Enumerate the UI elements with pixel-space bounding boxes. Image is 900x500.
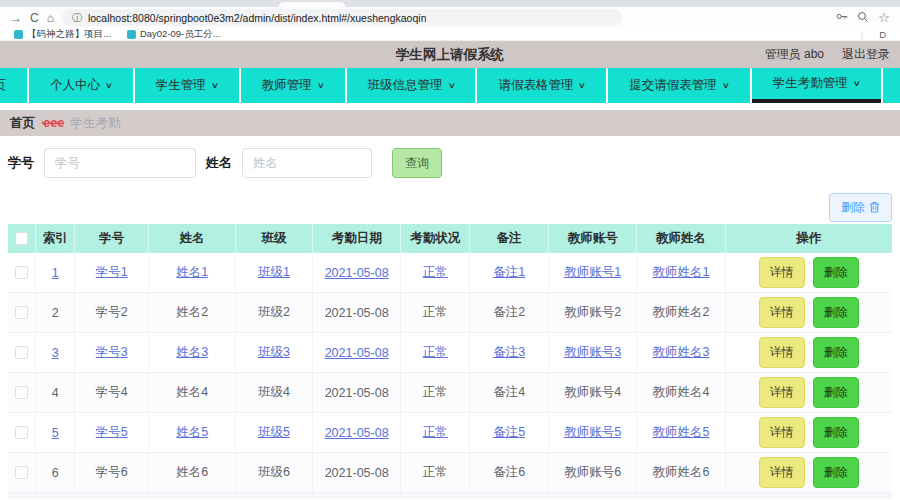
row-delete-button[interactable]: 删除 [813,297,859,328]
detail-button[interactable]: 详情 [759,257,805,288]
cell-xingming: 姓名2 [149,293,236,332]
column-header: 班级 [236,224,313,253]
forward-icon[interactable]: → [10,12,22,24]
browser-active-tab[interactable] [278,2,346,8]
detail-button[interactable]: 详情 [759,297,805,328]
detail-button[interactable]: 详情 [759,377,805,408]
table-row: 3学号3姓名3班级32021-05-08正常备注3教师账号3教师姓名3详情删除 [8,333,892,373]
nav-item-教师管理[interactable]: 教师管理∨ [241,68,345,103]
cell-jiaoshixingming[interactable]: 教师姓名5 [637,413,725,452]
bookmark-overflow-item[interactable]: D [879,29,886,40]
cell-beizhu[interactable]: 备注1 [470,253,549,292]
cell-jiaoshizhanghao[interactable]: 教师账号3 [549,333,637,372]
cell-riqi: 2021-05-08 [313,293,401,332]
cell-index[interactable]: 1 [36,253,75,292]
actions-wrap: 详情删除 [759,257,859,288]
bookmark-label: 【码神之路】项目... [27,28,111,41]
detail-button[interactable]: 详情 [759,457,805,488]
home-icon[interactable]: ⌂ [47,12,54,24]
row-delete-button[interactable]: 删除 [813,457,859,488]
query-button[interactable]: 查询 [392,148,442,178]
row-checkbox[interactable] [15,306,28,319]
cell-index: 4 [36,373,75,412]
cell-riqi[interactable]: 2021-05-08 [313,253,401,292]
cell-index[interactable]: 3 [36,333,75,372]
column-header: 教师姓名 [637,224,725,253]
nav-item-提交请假表管理[interactable]: 提交请假表管理∨ [608,68,749,103]
cell-jiaoshizhanghao[interactable]: 教师账号1 [549,253,637,292]
cell-riqi[interactable]: 2021-05-08 [313,413,401,452]
actions-wrap: 详情删除 [759,457,859,488]
nav-item-个人中心[interactable]: 个人中心∨ [29,68,133,103]
logout-link[interactable]: 退出登录 [842,46,890,63]
cell-banji[interactable]: 班级3 [236,333,313,372]
site-info-icon[interactable]: ⓘ [72,11,82,25]
name-label: 姓名 [206,154,232,172]
nav-item-缺课记录管理[interactable]: 缺课记录管理∨ [883,68,900,103]
row-checkbox[interactable] [15,266,28,279]
bookmark-item[interactable]: 【码神之路】项目... [14,28,111,41]
cell-zhuangkuang[interactable]: 正常 [401,333,470,372]
row-checkbox[interactable] [15,426,28,439]
main-nav: 首页个人中心∨学生管理∨教师管理∨班级信息管理∨请假表格管理∨提交请假表管理∨学… [0,68,900,103]
cell-xingming[interactable]: 姓名1 [149,253,236,292]
cell-xuehao: 学号4 [75,373,149,412]
row-checkbox[interactable] [15,386,28,399]
url-text[interactable]: localhost:8080/springboot0e3m2/admin/dis… [88,12,427,24]
address-bar[interactable]: ⓘ localhost:8080/springboot0e3m2/admin/d… [62,9,622,26]
cell-beizhu[interactable]: 备注5 [470,413,549,452]
cell-xingming[interactable]: 姓名5 [149,413,236,452]
table-row: 1学号1姓名1班级12021-05-08正常备注1教师账号1教师姓名1详情删除 [8,253,892,293]
cell-riqi[interactable]: 2021-05-08 [313,333,401,372]
row-delete-button[interactable]: 删除 [813,257,859,288]
cell-jiaoshizhanghao[interactable]: 教师账号5 [549,413,637,452]
table-header-row: 索引学号姓名班级考勤日期考勤状况备注教师账号教师姓名操作 [8,224,892,253]
browser-tab-strip [0,0,900,7]
row-checkbox[interactable] [15,466,28,479]
nav-item-学生管理[interactable]: 学生管理∨ [135,68,239,103]
select-all-checkbox[interactable] [15,232,28,245]
row-delete-button[interactable]: 删除 [813,377,859,408]
cell-xuehao[interactable]: 学号1 [75,253,149,292]
cell-xuehao[interactable]: 学号3 [75,333,149,372]
breadcrumb-current: 学生考勤 [70,115,120,132]
cell-xuehao[interactable]: 学号5 [75,413,149,452]
zoom-icon[interactable] [857,9,869,27]
batch-delete-label: 删除 [841,199,865,216]
student-id-input[interactable] [44,148,196,178]
row-delete-button[interactable]: 删除 [813,417,859,448]
nav-item-label: 班级信息管理 [368,77,443,94]
key-icon[interactable] [835,9,848,27]
cell-jiaoshixingming[interactable]: 教师姓名3 [637,333,725,372]
batch-delete-button[interactable]: 删除 [829,193,892,222]
cell-zhuangkuang[interactable]: 正常 [401,413,470,452]
cell-index[interactable]: 5 [36,413,75,452]
cell-jiaoshixingming: 教师姓名6 [637,453,725,492]
table-row: 2学号2姓名2班级22021-05-08正常备注2教师账号2教师姓名2详情删除 [8,293,892,333]
name-input[interactable] [242,148,372,178]
nav-item-首页[interactable]: 首页 [0,68,27,103]
breadcrumb-home[interactable]: 首页 [10,115,35,132]
cell-jiaoshixingming[interactable]: 教师姓名1 [637,253,725,292]
cell-jiaoshizhanghao: 教师账号2 [549,293,637,332]
cell-zhuangkuang[interactable]: 正常 [401,253,470,292]
trash-icon [869,201,880,213]
bookmark-star-icon[interactable]: ☆ [878,11,890,24]
nav-item-请假表格管理[interactable]: 请假表格管理∨ [477,68,606,103]
cell-banji[interactable]: 班级5 [236,413,313,452]
app-header: 学生网上请假系统 管理员 abo 退出登录 [0,41,900,68]
detail-button[interactable]: 详情 [759,417,805,448]
cell-beizhu[interactable]: 备注3 [470,333,549,372]
cell-index: 2 [36,293,75,332]
cell-banji[interactable]: 班级1 [236,253,313,292]
chevron-down-icon: ∨ [852,79,860,88]
nav-item-学生考勤管理[interactable]: 学生考勤管理∨ [752,68,881,103]
row-delete-button[interactable]: 删除 [813,337,859,368]
row-checkbox[interactable] [15,346,28,359]
detail-button[interactable]: 详情 [759,337,805,368]
bookmark-item[interactable]: Day02-09-员工分... [127,28,221,41]
column-header: 考勤日期 [313,224,401,253]
cell-xingming[interactable]: 姓名3 [149,333,236,372]
nav-item-班级信息管理[interactable]: 班级信息管理∨ [347,68,476,103]
refresh-icon[interactable]: C [30,12,39,24]
